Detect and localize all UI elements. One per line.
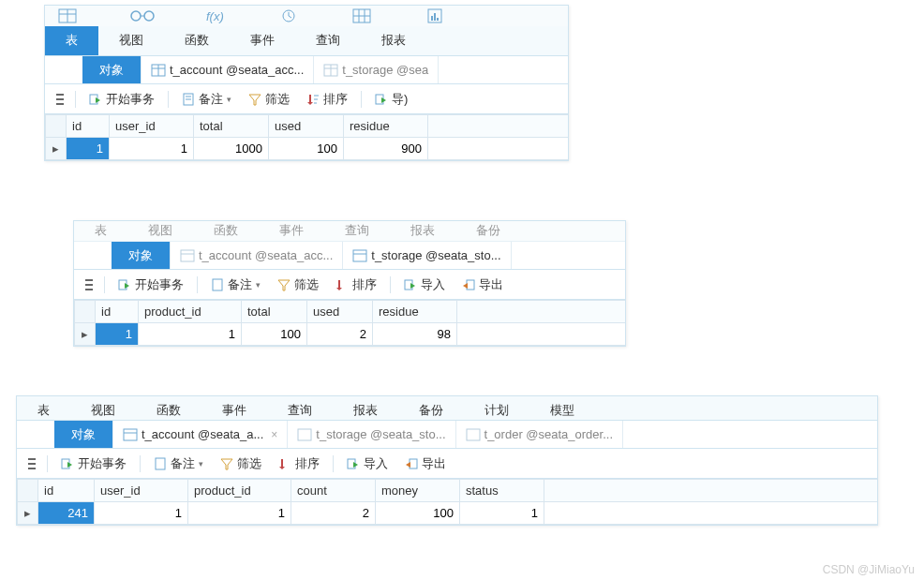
- tab-storage[interactable]: t_storage @seata_sto...: [343, 242, 511, 269]
- menu-report[interactable]: 报表: [390, 221, 455, 241]
- menu-function[interactable]: 函数: [164, 26, 230, 55]
- cell-user-id[interactable]: 1: [110, 138, 194, 160]
- cell-used[interactable]: 100: [269, 138, 344, 160]
- cell-id[interactable]: 1: [96, 323, 139, 346]
- play-icon: [61, 457, 74, 470]
- export-label: 导出: [479, 276, 503, 293]
- cell-used[interactable]: 2: [307, 323, 373, 346]
- import-button[interactable]: 导入: [396, 274, 453, 296]
- cell-residue[interactable]: 98: [373, 323, 457, 346]
- col-residue[interactable]: residue: [373, 301, 457, 323]
- cell-id[interactable]: 1: [67, 138, 110, 160]
- close-icon[interactable]: ×: [271, 428, 277, 441]
- tab-storage[interactable]: t_storage @seata_sto...: [288, 421, 455, 448]
- memo-button[interactable]: 备注▾: [203, 274, 268, 296]
- sort-button[interactable]: 排序: [271, 453, 327, 475]
- table-row[interactable]: ▸ 241 1 1 2 100 1: [18, 502, 878, 525]
- sort-button[interactable]: 排序: [328, 274, 384, 296]
- tab-order[interactable]: t_order @seata_order...: [456, 421, 624, 448]
- menu-backup[interactable]: 备份: [398, 396, 464, 420]
- export-label: 导出: [422, 455, 446, 472]
- svg-marker-64: [406, 462, 410, 468]
- menu-view[interactable]: 视图: [70, 396, 136, 420]
- col-residue[interactable]: residue: [344, 115, 428, 138]
- menu-query[interactable]: 查询: [324, 221, 390, 241]
- tab-object[interactable]: 对象: [54, 421, 113, 448]
- menu-event[interactable]: 事件: [230, 26, 295, 55]
- menu-function[interactable]: 函数: [136, 396, 201, 420]
- col-count[interactable]: count: [291, 480, 376, 502]
- cell-money[interactable]: 100: [376, 502, 460, 525]
- table-row[interactable]: ▸ 1 1 1000 100 900: [46, 138, 569, 160]
- cell-user-id[interactable]: 1: [95, 502, 188, 525]
- table-tab-icon: [180, 249, 195, 262]
- import-button[interactable]: 导): [367, 88, 415, 111]
- hamburger-icon[interactable]: [80, 279, 98, 290]
- tab-object[interactable]: 对象: [112, 242, 171, 269]
- begin-transaction-button[interactable]: 开始事务: [53, 453, 134, 475]
- menu-model[interactable]: 模型: [529, 396, 595, 420]
- export-button[interactable]: 导出: [455, 274, 511, 296]
- filter-button[interactable]: 筛选: [213, 453, 269, 475]
- menu-table[interactable]: 表: [74, 221, 127, 241]
- begin-label: 开始事务: [135, 276, 184, 293]
- cell-status[interactable]: 1: [460, 502, 544, 525]
- col-id[interactable]: id: [38, 480, 95, 502]
- menu-query[interactable]: 查询: [267, 396, 333, 420]
- hamburger-icon[interactable]: [51, 94, 69, 105]
- menu-report[interactable]: 报表: [361, 26, 426, 55]
- table-row[interactable]: ▸ 1 1 100 2 98: [75, 323, 626, 346]
- hamburger-icon[interactable]: [22, 458, 41, 469]
- col-status[interactable]: status: [460, 480, 544, 502]
- filter-button[interactable]: 筛选: [270, 274, 326, 296]
- cell-product-id[interactable]: 1: [139, 323, 242, 346]
- col-id[interactable]: id: [67, 115, 110, 138]
- cell-product-id[interactable]: 1: [188, 502, 291, 525]
- menu-table[interactable]: 表: [17, 396, 70, 420]
- cell-count[interactable]: 2: [291, 502, 376, 525]
- export-button[interactable]: 导出: [397, 453, 454, 475]
- tab-storage-label: t_storage @seata_sto...: [371, 248, 500, 262]
- col-money[interactable]: money: [376, 480, 460, 502]
- col-product-id[interactable]: product_id: [188, 480, 291, 502]
- menu-backup[interactable]: 备份: [455, 221, 521, 241]
- menu-view[interactable]: 视图: [127, 221, 193, 241]
- menu-event[interactable]: 事件: [201, 396, 267, 420]
- col-total[interactable]: total: [194, 115, 269, 138]
- cell-residue[interactable]: 900: [344, 138, 428, 160]
- begin-transaction-button[interactable]: 开始事务: [82, 88, 162, 111]
- memo-button[interactable]: 备注▾: [174, 88, 239, 111]
- filter-button[interactable]: 筛选: [241, 88, 297, 111]
- tab-storage[interactable]: t_storage @sea: [314, 56, 439, 83]
- col-id[interactable]: id: [96, 301, 139, 323]
- menu-view[interactable]: 视图: [98, 26, 164, 55]
- cell-id[interactable]: 241: [38, 502, 95, 525]
- sort-button[interactable]: 排序: [299, 88, 355, 111]
- menu-function[interactable]: 函数: [193, 221, 259, 241]
- import-button[interactable]: 导入: [339, 453, 395, 475]
- svg-rect-53: [298, 429, 311, 440]
- tab-object[interactable]: 对象: [82, 56, 142, 83]
- menu-table[interactable]: 表: [45, 26, 98, 55]
- cell-total[interactable]: 1000: [194, 138, 269, 160]
- col-user-id[interactable]: user_id: [110, 115, 194, 138]
- sort-icon: [306, 93, 320, 106]
- col-product-id[interactable]: product_id: [139, 301, 242, 323]
- tab-account[interactable]: t_account @seata_acc...: [171, 242, 343, 269]
- menu-event[interactable]: 事件: [259, 221, 324, 241]
- tab-order-label: t_order @seata_order...: [484, 427, 614, 441]
- col-used[interactable]: used: [307, 301, 373, 323]
- menu-plan[interactable]: 计划: [464, 396, 529, 420]
- memo-button[interactable]: 备注▾: [146, 453, 211, 475]
- tab-account[interactable]: t_account @seata_a... ×: [113, 421, 288, 448]
- menu-report[interactable]: 报表: [333, 396, 398, 420]
- svg-rect-57: [156, 458, 165, 469]
- col-user-id[interactable]: user_id: [95, 480, 188, 502]
- col-total[interactable]: total: [242, 301, 307, 323]
- import-label: 导入: [421, 276, 445, 293]
- cell-total[interactable]: 100: [242, 323, 307, 346]
- begin-transaction-button[interactable]: 开始事务: [111, 274, 191, 296]
- menu-query[interactable]: 查询: [295, 26, 361, 55]
- tab-account[interactable]: t_account @seata_acc...: [142, 56, 314, 83]
- col-used[interactable]: used: [269, 115, 344, 138]
